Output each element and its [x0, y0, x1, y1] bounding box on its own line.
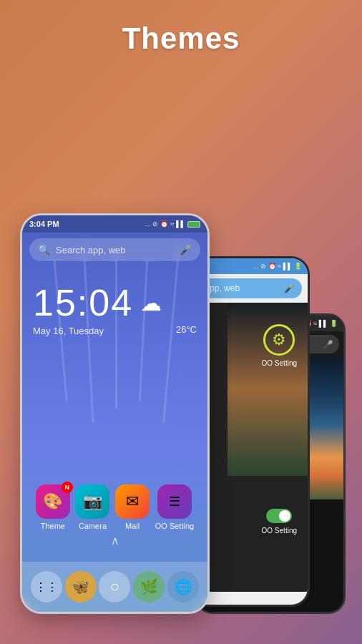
front-status-time: 3:04 PM: [29, 220, 59, 228]
theme-label: Theme: [41, 522, 65, 530]
clock-temp: 26°C: [176, 324, 197, 335]
front-status-icons: ... ⊘ ⏰ ≈ ▌▌: [145, 220, 200, 228]
phone-front: 3:04 PM ... ⊘ ⏰ ≈ ▌▌ 🔍 Search app, web 🎤: [20, 213, 210, 614]
front-search-placeholder: Search app, web: [56, 245, 174, 255]
theme-icon[interactable]: 🎨 N: [36, 484, 70, 519]
weather-icon: ☁: [140, 291, 163, 316]
mail-label: Mail: [125, 522, 140, 530]
app-item-camera[interactable]: 📷 Camera: [75, 484, 109, 530]
dock-planet-icon[interactable]: 🌐: [167, 571, 199, 602]
camera-label: Camera: [79, 522, 107, 530]
camera-icon[interactable]: 📷: [75, 484, 109, 519]
page-title: Themes: [122, 21, 240, 56]
middle-toggle-switch[interactable]: [266, 509, 292, 523]
dock-butterfly-icon[interactable]: 🦋: [65, 571, 97, 602]
app-row: 🎨 N Theme 📷 Camera: [33, 484, 197, 530]
dock-dots-icon[interactable]: ⋮⋮: [31, 571, 62, 602]
front-status-bar: 3:04 PM ... ⊘ ⏰ ≈ ▌▌: [22, 215, 207, 233]
app-icons-area: 🎨 N Theme 📷 Camera: [22, 484, 207, 547]
chevron-up-icon[interactable]: ∧: [33, 534, 197, 547]
dock-area: ⋮⋮ 🦋 ○ 🌿 🌐: [22, 562, 207, 612]
front-search-bar[interactable]: 🔍 Search app, web 🎤: [29, 238, 200, 261]
middle-gear-icon: ⚙: [263, 324, 295, 356]
app-item-mail[interactable]: ✉ Mail: [115, 484, 150, 530]
dock-leaf-icon[interactable]: 🌿: [133, 571, 165, 602]
clock-time: 15:04 ☁: [33, 281, 197, 324]
theme-badge: N: [62, 482, 73, 493]
middle-oo-label-2: OO Setting: [262, 527, 297, 535]
app-item-theme[interactable]: 🎨 N Theme: [36, 484, 70, 530]
dock-circle-icon[interactable]: ○: [99, 571, 130, 602]
middle-mic-icon: 🎤: [284, 283, 295, 293]
middle-oo-label: OO Setting: [262, 359, 297, 367]
oo-setting-label: OO Setting: [155, 522, 194, 530]
front-mic-icon: 🎤: [180, 244, 192, 255]
oo-setting-icon[interactable]: ☰: [157, 484, 192, 519]
toggle-circle: [279, 510, 290, 522]
back-mic-icon: 🎤: [323, 340, 333, 349]
clock-info-row: May 16, Tuesday 26°C: [33, 324, 197, 336]
front-search-icon: 🔍: [38, 244, 50, 255]
app-item-oo-setting[interactable]: ☰ OO Setting: [155, 484, 194, 530]
clock-area: 15:04 ☁ May 16, Tuesday 26°C: [22, 267, 207, 340]
mail-icon[interactable]: ✉: [115, 484, 150, 519]
phone-front-screen: 3:04 PM ... ⊘ ⏰ ≈ ▌▌ 🔍 Search app, web 🎤: [22, 215, 207, 612]
phones-container: 3:05 PM ... ⊘ ⏰ ≈ ▌▌ 🔋 🔍 Search app, web…: [9, 70, 353, 628]
clock-date: May 16, Tuesday: [33, 326, 104, 336]
battery-indicator: [187, 221, 200, 228]
middle-status-icons: ... ⊘ ⏰ ≈ ▌▌ 🔋: [253, 263, 302, 270]
